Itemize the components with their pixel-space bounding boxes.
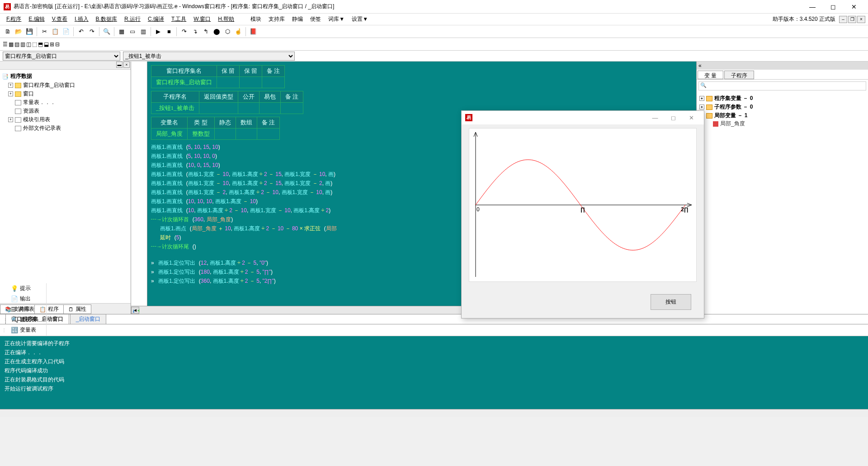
open-file-icon[interactable]: 📂 <box>14 27 24 37</box>
sine-plot: 0 ∏ 2∏ <box>469 128 697 281</box>
copy-icon[interactable]: 📋 <box>50 27 60 37</box>
runtime-titlebar[interactable]: 易 — ◻ ✕ <box>462 111 704 124</box>
menu-database[interactable]: B.数据库 <box>92 14 121 24</box>
output-log[interactable]: 正在统计需要编译的子程序正在编译．．．正在生成主程序入口代码程序代码编译成功正在… <box>0 336 868 409</box>
grip-icon[interactable]: ⋮ <box>2 328 6 333</box>
output-hscrollbar[interactable] <box>0 409 868 417</box>
app-icon: 易 <box>4 3 11 10</box>
tool-i-icon[interactable]: ⊞ <box>50 41 54 48</box>
runtime-close-button[interactable]: ✕ <box>682 111 700 124</box>
variable-search-input[interactable] <box>698 81 866 90</box>
program-tree[interactable]: 📑 程序数据 +窗口程序集_启动窗口+窗口常量表．．．资源表+模块引用表外部文件… <box>0 70 131 303</box>
cut-icon[interactable]: ✂ <box>39 27 49 37</box>
find-icon[interactable]: 🔍 <box>102 27 112 37</box>
tool-d-icon[interactable]: ▥ <box>20 41 25 48</box>
stop-icon[interactable]: ■ <box>164 27 174 37</box>
output-tab-4[interactable]: 🔣变量表 <box>6 325 47 335</box>
layout1-icon[interactable]: ▦ <box>117 27 127 37</box>
menu-compile[interactable]: C.编译 <box>144 14 168 24</box>
paste-icon[interactable]: 📄 <box>61 27 71 37</box>
tool-g-icon[interactable]: ⬒ <box>38 41 43 48</box>
editor-tab-window[interactable]: _启动窗口 <box>70 314 107 324</box>
panel-close-icon[interactable]: × <box>123 62 130 68</box>
log-line: 正在编译．．． <box>5 348 863 357</box>
step-out-icon[interactable]: ↰ <box>201 27 211 37</box>
run-icon[interactable]: ▶ <box>153 27 163 37</box>
toolbar-main: 🗎 📂 💾 ✂ 📋 📄 ↶ ↷ 🔍 ▦ ▭ ▥ ▶ ■ ↷ ↴ ↰ ⬤ ⬡ ☝ … <box>0 25 868 38</box>
collapse-icon[interactable]: « <box>698 62 702 69</box>
svg-text:0: 0 <box>476 206 480 213</box>
save-file-icon[interactable]: 💾 <box>24 27 34 37</box>
undo-icon[interactable]: ↶ <box>76 27 86 37</box>
subroutine-select[interactable]: _按钮1_被单击 <box>123 52 295 61</box>
book-icon[interactable]: 📕 <box>248 27 258 37</box>
menu-static-compile[interactable]: 静编 <box>288 14 307 24</box>
tree-item[interactable]: 常量表．．． <box>2 98 129 107</box>
var-category[interactable]: +程序集变量 － 0 <box>699 94 865 103</box>
right-tab-subroutines[interactable]: 子程序 <box>724 71 754 79</box>
tree-item[interactable]: +窗口程序集_启动窗口 <box>2 81 129 90</box>
runtime-min-button[interactable]: — <box>646 111 664 124</box>
menu-tools[interactable]: T.工具 <box>168 14 190 24</box>
tree-item[interactable]: +模块引用表 <box>2 115 129 124</box>
svg-text:∏: ∏ <box>580 206 585 213</box>
menu-view[interactable]: V.查看 <box>48 14 71 24</box>
left-tab-properties[interactable]: 🗒属性 <box>63 304 91 314</box>
output-tab-1[interactable]: 📄输出 <box>6 294 47 304</box>
menu-help[interactable]: H.帮助 <box>214 14 238 24</box>
mdi-close-button[interactable]: × <box>857 16 865 23</box>
step-over-icon[interactable]: ↷ <box>179 27 189 37</box>
var-category[interactable]: +子程序参数 － 0 <box>699 103 865 111</box>
menu-edit[interactable]: E.编辑 <box>25 14 48 24</box>
clear-bp-icon[interactable]: ⬡ <box>222 27 232 37</box>
panel-pin-icon[interactable]: ▬ <box>116 62 123 68</box>
draw-button[interactable]: 按钮 <box>651 294 691 310</box>
tool-a-icon[interactable]: ☰ <box>3 41 8 48</box>
var-icon <box>713 121 718 127</box>
tree-root[interactable]: 📑 程序数据 <box>2 71 129 81</box>
layout3-icon[interactable]: ▥ <box>138 27 148 37</box>
window-min-button[interactable]: — <box>802 0 823 14</box>
var-category[interactable]: -局部变量 － 1 <box>699 111 865 120</box>
variable-item[interactable]: 局部_角度 <box>699 120 865 128</box>
menu-dictionary[interactable]: 词库▼ <box>325 14 348 24</box>
cursor-icon[interactable]: ☝ <box>233 27 243 37</box>
tool-c-icon[interactable]: ▤ <box>14 41 19 48</box>
right-panel: « 变 量 子程序 +程序集变量 － 0+子程序参数 － 0-局部变量 － 1 … <box>696 62 868 314</box>
menu-settings[interactable]: 设置▼ <box>348 14 372 24</box>
menu-window[interactable]: W.窗口 <box>190 14 214 24</box>
tool-b-icon[interactable]: ▦ <box>9 41 14 48</box>
layout2-icon[interactable]: ▭ <box>127 27 137 37</box>
mdi-min-button[interactable]: – <box>839 16 847 23</box>
window-close-button[interactable]: ✕ <box>844 0 864 14</box>
step-into-icon[interactable]: ↴ <box>190 27 200 37</box>
assembly-select[interactable]: 窗口程序集_启动窗口 <box>3 52 120 61</box>
menu-run[interactable]: R.运行 <box>121 14 144 24</box>
tool-f-icon[interactable]: ⬚ <box>32 41 37 48</box>
tool-e-icon[interactable]: ◫ <box>26 41 31 48</box>
new-file-icon[interactable]: 🗎 <box>3 27 13 37</box>
left-panel: ▬ × 📑 程序数据 +窗口程序集_启动窗口+窗口常量表．．．资源表+模块引用表… <box>0 62 131 314</box>
mdi-restore-button[interactable]: ❐ <box>848 16 856 23</box>
redo-icon[interactable]: ↷ <box>87 27 97 37</box>
tool-h-icon[interactable]: ⬓ <box>44 41 49 48</box>
variable-tree[interactable]: +程序集变量 － 0+子程序参数 － 0-局部变量 － 1 局部_角度 <box>697 92 868 129</box>
tree-item[interactable]: 外部文件记录表 <box>2 124 129 133</box>
runtime-max-button[interactable]: ◻ <box>664 111 682 124</box>
output-tab-2[interactable]: ☰调用表 <box>6 304 47 314</box>
menu-program[interactable]: F.程序 <box>3 14 25 24</box>
tree-item[interactable]: +窗口 <box>2 90 129 98</box>
runtime-window[interactable]: 易 — ◻ ✕ 0 ∏ 2∏ 按钮 <box>461 110 704 319</box>
right-tab-variables[interactable]: 变 量 <box>698 71 723 79</box>
output-tab-3[interactable]: 🔍监视表 <box>6 314 47 325</box>
menu-notes[interactable]: 便签 <box>307 14 325 24</box>
left-panel-header: ▬ × <box>0 62 131 70</box>
window-max-button[interactable]: ◻ <box>823 0 844 14</box>
breakpoint-icon[interactable]: ⬤ <box>212 27 222 37</box>
menu-support-lib[interactable]: 支持库 <box>265 14 288 24</box>
tool-j-icon[interactable]: ⊟ <box>55 41 60 48</box>
menu-module[interactable]: 模块 <box>247 14 265 24</box>
output-tab-0[interactable]: 💡提示 <box>6 283 47 294</box>
tree-item[interactable]: 资源表 <box>2 107 129 115</box>
menu-insert[interactable]: I.插入 <box>71 14 92 24</box>
